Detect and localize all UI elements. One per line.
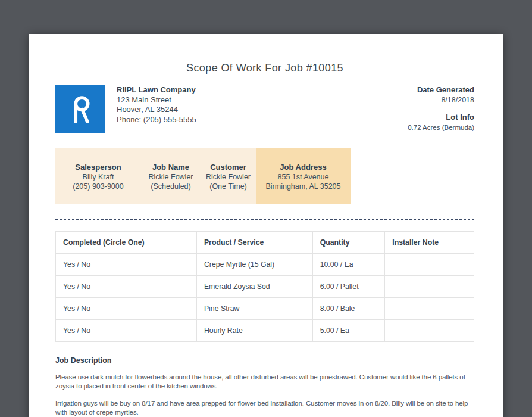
table-cell: Crepe Myrtle (15 Gal) — [196, 254, 312, 276]
table-cell — [385, 320, 474, 342]
scope-of-work-table: Completed (Circle One) Product / Service… — [55, 231, 474, 342]
table-cell — [385, 254, 474, 276]
company-address-line2: Hoover, AL 35244 — [117, 105, 196, 115]
table-cell: Emerald Zoysia Sod — [196, 276, 312, 298]
customer-label: Customer — [201, 163, 256, 172]
customer-name: Rickie Fowler — [201, 172, 256, 182]
company-name: RIIPL Lawn Company — [117, 85, 196, 95]
table-row: Yes / NoHourly Rate5.00 / Ea — [56, 320, 474, 342]
job-info-job-address: Job Address 855 1st Avenue Birmingham, A… — [256, 148, 351, 204]
job-description-heading: Job Description — [55, 356, 474, 365]
table-cell: Pine Straw — [196, 298, 312, 320]
header-product-service: Product / Service — [196, 232, 312, 254]
phone-number: (205) 555-5555 — [143, 115, 196, 124]
table-cell: Yes / No — [56, 276, 197, 298]
table-header-row: Completed (Circle One) Product / Service… — [56, 232, 474, 254]
table-cell — [385, 276, 474, 298]
document-page: Scope Of Work For Job #10015 RIIPL Lawn … — [29, 34, 503, 417]
job-info-job-name: Job Name Rickie Fowler (Scheduled) — [141, 148, 201, 204]
job-address-label: Job Address — [256, 163, 351, 172]
job-description-paragraph: Please use dark mulch for flowerbeds aro… — [55, 373, 474, 391]
date-generated-label: Date Generated — [408, 85, 474, 95]
salesperson-name: Billy Kraft — [55, 172, 141, 182]
job-name-status: (Scheduled) — [141, 182, 201, 191]
header-completed: Completed (Circle One) — [56, 232, 197, 254]
table-cell: 5.00 / Ea — [312, 320, 385, 342]
document-meta: Date Generated 8/18/2018 Lot Info 0.72 A… — [408, 85, 474, 132]
date-generated-value: 8/18/2018 — [408, 95, 474, 105]
table-cell: Yes / No — [56, 320, 197, 342]
phone-label: Phone: — [117, 115, 141, 124]
table-cell: 8.00 / Bale — [312, 298, 385, 320]
job-info-salesperson: Salesperson Billy Kraft (205) 903-9000 — [55, 148, 141, 204]
company-logo — [55, 85, 105, 133]
table-row: Yes / NoEmerald Zoysia Sod6.00 / Pallet — [56, 276, 474, 298]
job-info-customer: Customer Rickie Fowler (One Time) — [201, 148, 256, 204]
salesperson-phone: (205) 903-9000 — [55, 182, 141, 191]
job-name-value: Rickie Fowler — [141, 172, 201, 182]
table-cell: Yes / No — [56, 254, 197, 276]
table-cell: 10.00 / Ea — [312, 254, 385, 276]
header-installer-note: Installer Note — [385, 232, 474, 254]
document-header: RIIPL Lawn Company 123 Main Street Hoove… — [55, 85, 474, 133]
lot-info-label: Lot Info — [408, 113, 474, 123]
page-title: Scope Of Work For Job #10015 — [55, 62, 474, 74]
table-row: Yes / NoPine Straw8.00 / Bale — [56, 298, 474, 320]
table-cell: Yes / No — [56, 298, 197, 320]
job-address-line1: 855 1st Avenue — [256, 172, 351, 182]
company-phone: Phone: (205) 555-5555 — [117, 115, 196, 125]
dashed-divider — [55, 219, 474, 220]
salesperson-label: Salesperson — [55, 163, 141, 172]
job-info-band: Salesperson Billy Kraft (205) 903-9000 J… — [55, 148, 474, 204]
table-body: Yes / NoCrepe Myrtle (15 Gal)10.00 / EaY… — [56, 254, 474, 342]
table-row: Yes / NoCrepe Myrtle (15 Gal)10.00 / Ea — [56, 254, 474, 276]
header-quantity: Quantity — [312, 232, 385, 254]
table-cell — [385, 298, 474, 320]
job-description-paragraph: Irrigation guys will be buy on 8/17 and … — [55, 399, 474, 417]
job-description-paragraphs: Please use dark mulch for flowerbeds aro… — [55, 373, 474, 417]
table-cell: Hourly Rate — [196, 320, 312, 342]
customer-type: (One Time) — [201, 182, 256, 191]
logo-r-icon — [62, 91, 99, 127]
job-address-line2: Birmingham, AL 35205 — [256, 182, 351, 191]
company-info: RIIPL Lawn Company 123 Main Street Hoove… — [117, 85, 196, 125]
table-cell: 6.00 / Pallet — [312, 276, 385, 298]
lot-info-value: 0.72 Acres (Bermuda) — [408, 123, 474, 133]
job-name-label: Job Name — [141, 163, 201, 172]
company-address-line1: 123 Main Street — [117, 95, 196, 105]
